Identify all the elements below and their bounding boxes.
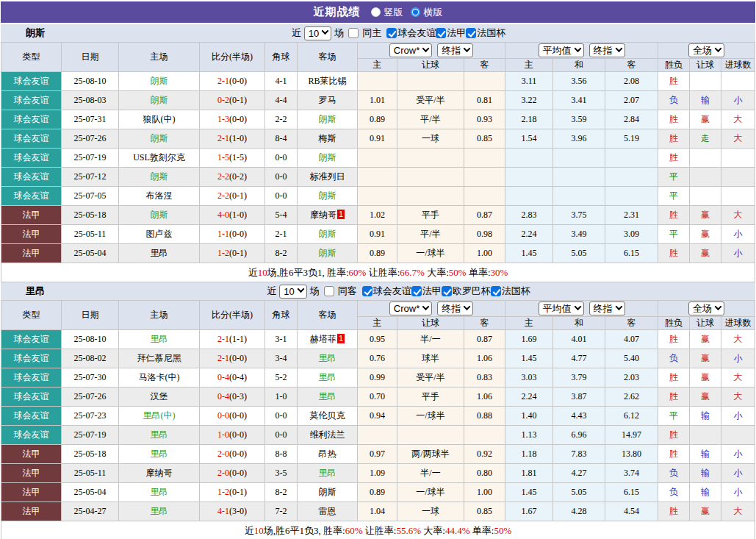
odds-home: 0.91 [358, 225, 397, 244]
half-score: (0-0) [229, 468, 247, 478]
corners: 7-2 [265, 502, 298, 521]
score-link[interactable]: 2-2 [217, 171, 229, 182]
league-checkbox-coupe-de-france-lyon-box[interactable] [491, 286, 501, 296]
league-checkbox-friendly-lyon-box[interactable] [362, 286, 372, 296]
league-checkbox-ligue1-lens-box[interactable] [436, 28, 446, 38]
league-checkbox-coupe-de-france-lens-label: 法国杯 [477, 26, 505, 40]
goals-result: 大 [721, 110, 755, 129]
half-score: (0-0) [229, 76, 247, 86]
same-venue-checkbox-lyon[interactable]: 同客 [324, 285, 357, 298]
match-count-select-lens[interactable]: 10 [304, 26, 331, 40]
odds-company-select-lens[interactable]: Crow* [389, 43, 432, 57]
avg-select-lens[interactable]: 平均值 [539, 43, 584, 57]
radio-horizontal-icon[interactable] [411, 7, 420, 17]
score-cell: 0-2(0-1) [200, 91, 265, 110]
score-link[interactable]: 1-5 [217, 152, 229, 163]
score-link[interactable]: 1-2 [217, 487, 229, 497]
avg-group-header: 平均值终指 [505, 43, 658, 59]
odds-time-select-lyon[interactable]: 终指 [437, 301, 473, 315]
avg-time-select-lyon[interactable]: 终指 [589, 301, 625, 315]
scope-selects: 全场 [658, 43, 755, 57]
match-count-select-lyon[interactable]: 10 [279, 285, 306, 299]
subcol-header-avg-away: 客 [605, 59, 658, 72]
handicap-result: 输 [690, 483, 721, 502]
home-team: 狼队(中) [119, 110, 200, 129]
odds-home: 0.95 [358, 330, 397, 349]
subcol-header-odds-away: 客 [464, 59, 505, 72]
home-team: 朗斯 [119, 168, 200, 187]
goals-result [721, 72, 755, 91]
score-cell: 1-5(1-5) [200, 149, 265, 168]
score-link[interactable]: 1-2 [217, 248, 229, 258]
odds-handicap: 平手 [397, 388, 464, 407]
score-link[interactable]: 0-4 [217, 372, 229, 382]
score-link[interactable]: 2-0 [217, 449, 229, 459]
league-checkbox-coupe-de-france-lens-box[interactable] [466, 28, 476, 38]
scope-select-lens[interactable]: 全场 [688, 43, 724, 57]
league-checkbox-friendly-lens[interactable]: 球会友谊 [386, 26, 436, 40]
home-team: 朗斯 [119, 91, 200, 110]
away-team: 罗马 [298, 91, 358, 110]
score-link[interactable]: 2-1 [217, 334, 229, 344]
near-label: 近 [267, 285, 276, 298]
league-checkbox-coupe-de-france-lens[interactable]: 法国杯 [466, 26, 505, 40]
same-venue-checkbox-lens-box[interactable] [348, 28, 359, 38]
league-checkbox-europa-lyon[interactable]: 欧罗巴杯 [442, 285, 491, 298]
goals-result: 大 [721, 206, 755, 225]
corners: 2-1 [265, 225, 298, 244]
league-checkbox-coupe-de-france-lyon[interactable]: 法国杯 [491, 285, 530, 298]
score-link[interactable]: 2-1 [217, 353, 229, 363]
match-row: 球会友谊25-07-23里昂(中)0-0(0-0)0-0莫伦贝克0.94一/球半… [1, 407, 755, 426]
avg-selects: 平均值终指 [505, 43, 658, 57]
odds-home [358, 72, 397, 91]
outcome: 负 [658, 464, 690, 483]
away-team: 雷恩 [298, 502, 358, 521]
home-team-name: 摩纳哥 [146, 468, 173, 478]
summary-text: 近10场,胜6平3负1, 胜率:60% 让胜率:66.7% 大率:50% 单率:… [1, 263, 755, 282]
odds-away: 1.00 [464, 483, 505, 502]
match-row: 球会友谊25-07-31狼队(中)1-3(0-0)2-2朗斯0.89平/半0.9… [1, 110, 755, 129]
league-checkbox-ligue1-lens[interactable]: 法甲 [436, 26, 466, 40]
score-link[interactable]: 2-0 [217, 468, 229, 478]
summary-number: 60% [349, 267, 367, 278]
summary-number: 55.6% [396, 525, 421, 536]
scope-select-lyon[interactable]: 全场 [688, 301, 724, 315]
odds-handicap [397, 149, 464, 168]
away-team-name: 标准列日 [310, 171, 345, 182]
score-cell: 2-0(0-0) [200, 445, 265, 464]
avg-select-lyon[interactable]: 平均值 [539, 301, 584, 315]
league-checkbox-ligue1-lyon-box[interactable] [411, 286, 422, 296]
match-date: 25-05-04 [62, 244, 119, 263]
same-venue-checkbox-lyon-box[interactable] [324, 286, 334, 296]
score-link[interactable]: 4-0 [217, 210, 229, 220]
same-venue-checkbox-lens[interactable]: 同主 [348, 26, 381, 40]
radio-vertical-icon[interactable] [371, 7, 381, 17]
home-team: 里昂(中) [119, 407, 200, 426]
score-link[interactable]: 2-1 [217, 76, 229, 86]
league-checkbox-friendly-lyon[interactable]: 球会友谊 [362, 285, 411, 298]
league-checkbox-ligue1-lyon[interactable]: 法甲 [411, 285, 442, 298]
score-link[interactable]: 2-2 [217, 190, 229, 201]
avg-time-select-lens[interactable]: 终指 [589, 43, 625, 57]
score-cell: 0-4(0-3) [200, 388, 265, 407]
score-link[interactable]: 0-2 [217, 95, 229, 105]
score-link[interactable]: 1-0 [217, 429, 229, 440]
score-link[interactable]: 1-3 [217, 114, 229, 124]
outcome: 胜 [658, 110, 690, 129]
odds-company-select-lyon[interactable]: Crow* [389, 301, 432, 315]
outcome: 负 [658, 91, 690, 110]
subcol-header-avg-home: 主 [505, 317, 553, 330]
odds-time-select-lens[interactable]: 终指 [437, 43, 473, 57]
score-link[interactable]: 0-0 [217, 410, 229, 421]
match-row: 法甲25-05-04里昂1-2(0-1)8-2朗斯0.89一/球半1.001.4… [1, 244, 755, 263]
league-checkbox-europa-lyon-box[interactable] [442, 286, 452, 296]
avg-draw [553, 168, 605, 187]
league-checkbox-friendly-lens-box[interactable] [386, 28, 397, 38]
away-team: 朗斯 [298, 187, 358, 206]
score-link[interactable]: 2-1 [217, 133, 229, 143]
layout-radio-vertical[interactable]: 竖版 [371, 6, 403, 19]
score-link[interactable]: 0-4 [217, 391, 229, 401]
score-link[interactable]: 4-1 [217, 506, 229, 516]
layout-radio-horizontal[interactable]: 横版 [411, 6, 443, 19]
score-link[interactable]: 1-1 [217, 229, 229, 239]
